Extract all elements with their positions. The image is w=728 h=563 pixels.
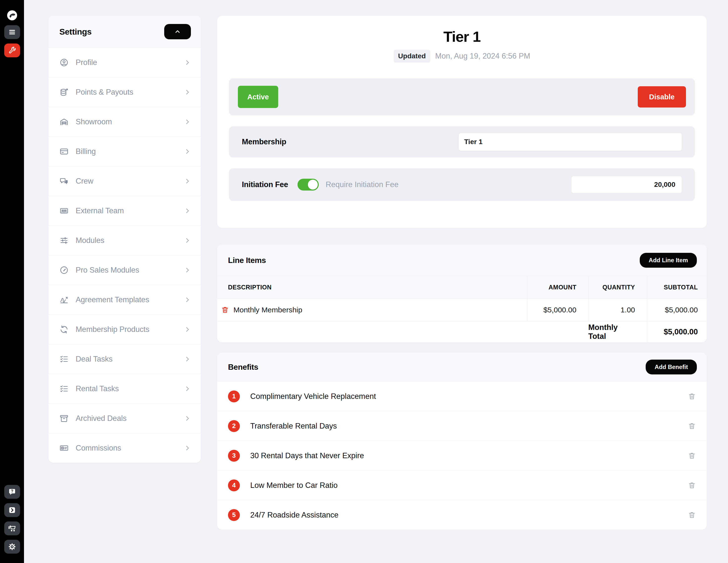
page-title: Tier 1 (217, 28, 707, 45)
active-status-button[interactable]: Active (238, 86, 278, 108)
benefit-label: 30 Rental Days that Never Expire (250, 451, 364, 460)
archive-icon (59, 414, 69, 423)
cart-button[interactable] (4, 521, 20, 535)
hamburger-menu-button[interactable] (4, 25, 20, 39)
delete-benefit-trash-icon[interactable] (688, 452, 696, 460)
money-check-icon: $ (59, 443, 69, 453)
settings-nav-item[interactable]: Archived Deals (48, 403, 201, 433)
settings-nav-list: Profile Points & Payouts Showroom Billin… (48, 47, 201, 463)
delete-benefit-trash-icon[interactable] (688, 392, 696, 400)
settings-nav-item-label: Profile (76, 58, 97, 67)
membership-name-input[interactable] (458, 133, 682, 151)
tier-detail-card: Tier 1 Updated Mon, Aug 19, 2024 6:56 PM… (217, 16, 707, 228)
settings-nav-item[interactable]: Showroom (48, 107, 201, 137)
chat-bubbles-icon (59, 177, 69, 186)
coins-icon (59, 88, 69, 97)
line-items-table-header: DESCRIPTION AMOUNT QUANTITY SUBTOTAL (217, 276, 707, 298)
add-benefit-button[interactable]: Add Benefit (646, 359, 697, 374)
disable-button[interactable]: Disable (638, 86, 686, 108)
chevron-right-icon (184, 296, 191, 303)
settings-nav-item[interactable]: Profile (48, 47, 201, 77)
credit-card-icon (59, 147, 69, 156)
settings-nav-item[interactable]: Pro Sales Modules (48, 255, 201, 285)
chevron-right-icon (184, 356, 191, 362)
chevron-right-icon (184, 385, 191, 392)
benefits-title: Benefits (228, 362, 258, 372)
benefit-number-badge: 5 (228, 509, 240, 521)
initiation-fee-label: Initiation Fee (242, 180, 288, 189)
gear-icon (8, 542, 16, 551)
svg-text:$: $ (62, 447, 63, 449)
settings-nav-item-label: Archived Deals (76, 414, 127, 423)
line-item-amount: $5,000.00 (527, 299, 588, 321)
updated-row: Updated Mon, Aug 19, 2024 6:56 PM (217, 50, 707, 63)
line-item-description: Monthly Membership (233, 306, 302, 314)
benefits-header: Benefits Add Benefit (217, 353, 707, 381)
delete-line-item-trash-icon[interactable] (221, 306, 229, 314)
wrench-icon (8, 46, 16, 55)
repeat-icon (59, 325, 69, 334)
line-items-card: Line Items Add Line Item DESCRIPTION AMO… (217, 245, 707, 342)
membership-label: Membership (242, 137, 286, 146)
settings-nav-item-label: Points & Payouts (76, 88, 133, 97)
chevron-right-icon (184, 89, 191, 96)
line-items-header: Line Items Add Line Item (217, 245, 707, 276)
add-line-item-button[interactable]: Add Line Item (640, 253, 697, 268)
benefits-card: Benefits Add Benefit 1 Complimentary Veh… (217, 353, 707, 530)
settings-nav-item-label: Commissions (76, 444, 121, 452)
status-panel: Active Disable (229, 78, 695, 115)
line-items-rows: Monthly Membership $5,000.00 1.00 $5,000… (217, 298, 707, 321)
benefits-list: 1 Complimentary Vehicle Replacement 2 Tr… (217, 381, 707, 530)
line-items-footer: Monthly Total $5,000.00 (217, 321, 707, 342)
updated-timestamp: Mon, Aug 19, 2024 6:56 PM (435, 52, 530, 61)
tools-settings-button[interactable] (4, 44, 20, 57)
delete-benefit-trash-icon[interactable] (688, 481, 696, 489)
settings-nav-item[interactable]: Billing (48, 137, 201, 166)
app-rail: ? (0, 0, 24, 563)
line-item-quantity: 1.00 (588, 299, 647, 321)
monthly-total-label: Monthly Total (588, 321, 647, 342)
benefit-label: Transferable Rental Days (250, 422, 337, 430)
chevron-up-icon (174, 28, 181, 35)
chevron-right-icon (184, 59, 191, 66)
settings-nav-item[interactable]: Modules (48, 226, 201, 255)
settings-button[interactable] (4, 540, 20, 554)
settings-nav-item[interactable]: Deal Tasks (48, 344, 201, 374)
settings-nav-item-label: Pro Sales Modules (76, 266, 139, 275)
chevron-right-icon (184, 207, 191, 214)
expand-panel-button[interactable] (4, 503, 20, 517)
initiation-fee-panel: Initiation Fee Require Initiation Fee (229, 168, 695, 201)
settings-nav-item[interactable]: Crew (48, 166, 201, 196)
help-button[interactable]: ? (4, 485, 20, 499)
settings-nav-item-label: Crew (76, 177, 93, 186)
benefit-label: Low Member to Car Ratio (250, 481, 338, 490)
column-description: DESCRIPTION (217, 276, 527, 298)
column-amount: AMOUNT (527, 276, 588, 298)
settings-nav-item-label: Modules (76, 236, 104, 245)
delete-benefit-trash-icon[interactable] (688, 511, 696, 519)
delete-benefit-trash-icon[interactable] (688, 422, 696, 430)
settings-nav-item-label: Agreement Templates (76, 295, 149, 304)
benefit-row: 5 24/7 Roadside Assistance (217, 500, 707, 530)
settings-nav-item[interactable]: Membership Products (48, 314, 201, 344)
line-item-row: Monthly Membership $5,000.00 1.00 $5,000… (217, 298, 707, 321)
initiation-fee-amount-input[interactable] (571, 176, 682, 193)
settings-nav-item[interactable]: $ Commissions (48, 433, 201, 463)
settings-nav-item-label: External Team (76, 206, 124, 215)
settings-nav-item-label: Billing (76, 147, 96, 156)
checklist-icon (59, 354, 69, 364)
signature-icon (59, 295, 69, 304)
settings-title: Settings (59, 27, 91, 37)
column-subtotal: SUBTOTAL (647, 276, 707, 298)
settings-nav-item[interactable]: Rental Tasks (48, 374, 201, 403)
settings-nav-item[interactable]: External Team (48, 196, 201, 226)
settings-nav-item[interactable]: Agreement Templates (48, 285, 201, 314)
settings-nav-item[interactable]: Points & Payouts (48, 77, 201, 107)
benefit-number-badge: 1 (228, 390, 240, 402)
benefit-number-badge: 2 (228, 420, 240, 432)
benefit-row: 4 Low Member to Car Ratio (217, 470, 707, 500)
svg-text:?: ? (11, 489, 13, 493)
require-initiation-fee-text: Require Initiation Fee (326, 180, 399, 189)
collapse-nav-button[interactable] (164, 24, 191, 39)
require-initiation-fee-toggle[interactable] (297, 179, 319, 191)
